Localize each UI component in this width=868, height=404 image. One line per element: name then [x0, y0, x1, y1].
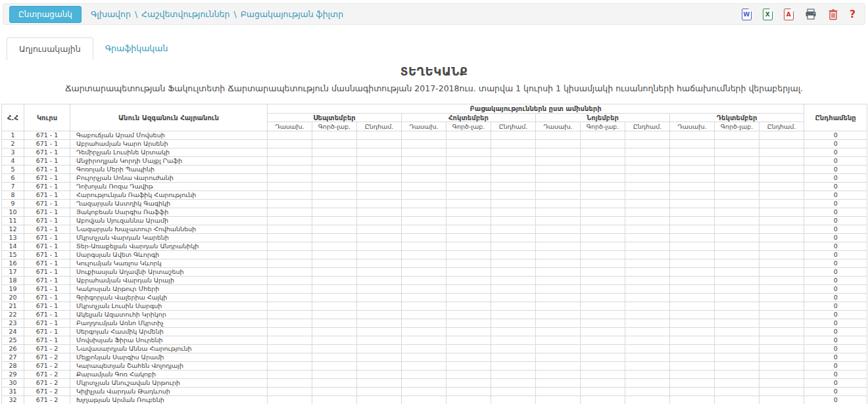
- absence-cell: [268, 285, 312, 294]
- absence-cell: [760, 362, 804, 370]
- absence-cell: [715, 242, 760, 251]
- row-course: 671 - 2: [24, 396, 70, 404]
- absence-cell: [760, 166, 804, 174]
- row-number: 4: [2, 157, 24, 166]
- absence-cell: [670, 311, 715, 319]
- absence-cell: [581, 251, 625, 259]
- absence-cell: [446, 302, 491, 311]
- delete-icon[interactable]: [828, 9, 838, 20]
- absence-cell: [446, 319, 491, 328]
- row-number: 24: [2, 328, 24, 336]
- absence-cell: [357, 191, 402, 200]
- absence-cell: [491, 294, 536, 302]
- row-course: 671 - 1: [24, 174, 70, 183]
- absence-cell: [491, 336, 536, 345]
- absence-cell: [491, 277, 536, 285]
- absence-cell: [670, 191, 715, 200]
- row-name: Ակելյան Ազատուհի Կրիկոր: [70, 311, 268, 319]
- tab-tabular[interactable]: Աղյուսակային: [7, 37, 93, 60]
- absence-cell: [581, 157, 625, 166]
- table-row: 25 671 - 1 Մովսիսյան Ֆիրա Սուրենի 0: [2, 336, 867, 345]
- pdf-export-icon[interactable]: A: [784, 9, 794, 20]
- absence-cell: [268, 191, 312, 200]
- absence-cell: [536, 328, 581, 336]
- column-header-no: Հ.Հ: [2, 104, 24, 131]
- word-export-icon[interactable]: W: [742, 9, 752, 20]
- absence-cell: [536, 388, 581, 396]
- row-number: 22: [2, 311, 24, 319]
- absence-cell: [670, 234, 715, 242]
- breadcrumb-item-home[interactable]: Գլխավոր: [91, 9, 131, 19]
- absence-cell: [581, 140, 625, 148]
- row-total: 0: [804, 294, 867, 302]
- absence-cell: [268, 200, 312, 208]
- absence-cell: [491, 362, 536, 370]
- table-row: 20 671 - 1 Գրիգորյան Վալերիա Հայկի 0: [2, 294, 867, 302]
- row-course: 671 - 2: [24, 362, 70, 370]
- row-name: Գրիգորյան Վալերիա Հայկի: [70, 294, 268, 302]
- absence-cell: [268, 166, 312, 174]
- absence-cell: [670, 328, 715, 336]
- row-number: 25: [2, 336, 24, 345]
- row-course: 671 - 1: [24, 225, 70, 234]
- absence-cell: [625, 396, 670, 404]
- absence-cell: [312, 319, 357, 328]
- absence-cell: [402, 148, 446, 157]
- breadcrumb-item-absence-filter[interactable]: Բացակայության ֆիլտր: [241, 9, 343, 19]
- absence-cell: [446, 225, 491, 234]
- absence-cell: [402, 217, 446, 225]
- help-icon[interactable]: ?: [850, 9, 856, 20]
- column-header-name: Անուն Ազգանուն Հայրանուն: [70, 104, 268, 131]
- absence-cell: [625, 208, 670, 217]
- table-row: 31 671 - 2 Կիլիչյան Վարդան Թադևոսի 0: [2, 388, 867, 396]
- attendance-table-body: 1 671 - 1 Գաբուճյան Արամ Մովսեսի 0 2: [2, 131, 867, 404]
- row-course: 671 - 1: [24, 259, 70, 268]
- row-number: 12: [2, 225, 24, 234]
- breadcrumb-item-reports[interactable]: Հաշվետվություններ: [141, 9, 229, 19]
- row-name: Աբրահամյան Վարդան Արայի: [70, 277, 268, 285]
- absence-cell: [357, 131, 402, 140]
- row-number: 3: [2, 148, 24, 157]
- absence-cell: [446, 268, 491, 277]
- tab-graphical[interactable]: Գրաֆիկական: [93, 37, 180, 60]
- row-name: Բաղդումյան Առնո Մկրտիչ: [70, 319, 268, 328]
- absence-cell: [268, 208, 312, 217]
- row-total: 0: [804, 166, 867, 174]
- absence-cell: [268, 328, 312, 336]
- absence-cell: [715, 268, 760, 277]
- row-course: 671 - 1: [24, 242, 70, 251]
- absence-cell: [625, 200, 670, 208]
- row-course: 671 - 1: [24, 285, 70, 294]
- table-row: 1 671 - 1 Գաբուճյան Արամ Մովսեսի 0: [2, 131, 867, 140]
- breadcrumb-separator: \: [233, 9, 236, 19]
- absence-cell: [715, 319, 760, 328]
- absence-cell: [625, 370, 670, 379]
- absence-cell: [268, 140, 312, 148]
- absence-cell: [491, 131, 536, 140]
- absence-cell: [268, 353, 312, 362]
- table-row: 21 671 - 1 Մկրտչյան Լուսին Սարգսի 0: [2, 302, 867, 311]
- absence-cell: [715, 217, 760, 225]
- absence-cell: [715, 388, 760, 396]
- absence-cell: [625, 234, 670, 242]
- absence-cell: [312, 157, 357, 166]
- absence-cell: [402, 242, 446, 251]
- row-course: 671 - 1: [24, 166, 70, 174]
- row-name: Մովսիսյան Ֆիրա Սուրենի: [70, 336, 268, 345]
- report-subtitle: Ճարտարապետության Ֆակուլտետի Ճարտարապետու…: [0, 83, 868, 93]
- menu-button[interactable]: Ընտրացանկ: [9, 6, 82, 23]
- excel-export-icon[interactable]: X: [763, 9, 773, 20]
- row-total: 0: [804, 191, 867, 200]
- absence-cell: [268, 319, 312, 328]
- absence-cell: [715, 208, 760, 217]
- row-number: 30: [2, 379, 24, 388]
- absence-cell: [312, 277, 357, 285]
- absence-cell: [536, 174, 581, 183]
- row-name: Կուլումյան Կառլոս Կևորկ: [70, 259, 268, 268]
- absence-cell: [760, 379, 804, 388]
- absence-cell: [536, 302, 581, 311]
- table-row: 5 671 - 1 Գոռոյան Մերի Պապինի 0: [2, 166, 867, 174]
- absence-cell: [491, 328, 536, 336]
- print-icon[interactable]: [805, 9, 817, 20]
- absence-cell: [357, 166, 402, 174]
